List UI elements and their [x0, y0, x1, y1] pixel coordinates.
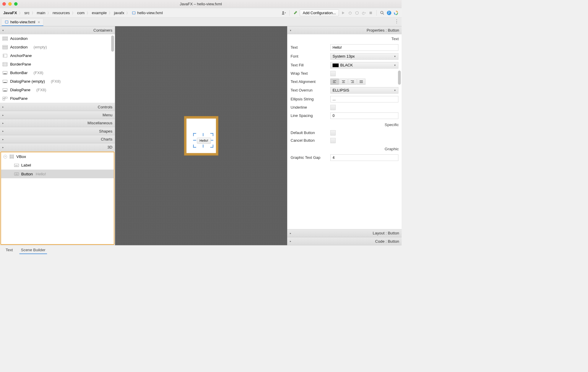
library-section-menu[interactable]: Menu [0, 111, 115, 119]
prop-ellipsis-string: Ellipsis String [287, 95, 402, 104]
svg-point-3 [282, 11, 284, 13]
minimize-icon[interactable] [8, 2, 12, 6]
library-item[interactable]: ButtonBar (FX8) [0, 68, 115, 77]
svg-text:<>: <> [133, 12, 134, 14]
search-icon[interactable] [380, 10, 384, 15]
scrollbar[interactable] [398, 71, 401, 85]
library-item[interactable]: Accordion (empty) [0, 43, 115, 51]
tree-node-vbox[interactable]: − VBox [1, 152, 114, 161]
vbox-icon [9, 154, 14, 159]
svg-text:abc: abc [15, 164, 18, 166]
cancel-button-checkbox[interactable] [330, 138, 336, 143]
close-tab-icon[interactable]: ✕ [38, 20, 40, 24]
scrollbar[interactable] [111, 35, 114, 52]
design-canvas[interactable]: Hello! [115, 26, 287, 245]
text-overrun-dropdown[interactable]: ELLIPSIS▼ [330, 87, 398, 94]
svg-line-11 [363, 12, 364, 13]
maximize-icon[interactable] [14, 2, 18, 6]
library-section-misc[interactable]: Miscellaneous [0, 119, 115, 127]
run-icon[interactable] [341, 10, 346, 15]
text-fill-dropdown[interactable]: BLACK▼ [330, 62, 398, 68]
prop-font: Font System 13px▼ [287, 52, 402, 61]
sync-icon[interactable] [387, 10, 392, 15]
svg-text:<>: <> [6, 21, 7, 23]
ellipsis-input[interactable] [330, 96, 398, 102]
collapse-icon[interactable]: − [4, 155, 7, 158]
library-section-3d[interactable]: 3D [0, 143, 115, 151]
default-button-checkbox[interactable] [330, 130, 336, 136]
close-icon[interactable] [2, 2, 6, 6]
inspector-header-layout[interactable]: Layout : Button [287, 229, 402, 237]
breadcrumb-item[interactable]: example [92, 11, 107, 15]
align-left-button[interactable] [330, 79, 339, 84]
library-section-controls[interactable]: Controls [0, 103, 115, 111]
line-spacing-input[interactable] [330, 112, 398, 119]
coverage-icon[interactable] [355, 10, 359, 15]
svg-rect-27 [3, 63, 7, 66]
label-icon: abc [14, 163, 19, 167]
svg-line-14 [383, 13, 384, 14]
prop-text: Text [287, 43, 402, 52]
library-pane: Containers Accordion Accordion (empty) A… [0, 26, 115, 245]
align-justify-button[interactable] [357, 79, 366, 84]
stop-icon[interactable] [368, 10, 373, 15]
prop-text-alignment: Text Alignment [287, 77, 402, 86]
library-item[interactable]: FlowPane [0, 94, 115, 103]
breadcrumb-item[interactable]: resources [53, 11, 70, 15]
breadcrumb[interactable]: JavaFX〉 src〉 main〉 resources〉 com〉 examp… [3, 10, 163, 15]
canvas-button[interactable]: Hello! [197, 138, 211, 143]
align-center-button[interactable] [339, 79, 348, 84]
navigation-toolbar: JavaFX〉 src〉 main〉 resources〉 com〉 examp… [0, 8, 402, 18]
tree-node-button[interactable]: OK Button Hello! [1, 169, 114, 178]
button-icon: OK [14, 172, 19, 176]
svg-rect-22 [3, 40, 7, 40]
breadcrumb-project[interactable]: JavaFX [3, 11, 17, 15]
library-section-containers[interactable]: Containers [0, 26, 115, 34]
group-graphic: Graphic [287, 144, 402, 153]
font-dropdown[interactable]: System 13px▼ [330, 53, 398, 60]
prop-cancel-button: Cancel Button [287, 137, 402, 144]
profiler-icon[interactable]: ▼ [361, 10, 366, 15]
inspector-header-properties[interactable]: Properties : Button [287, 26, 402, 34]
breadcrumb-item[interactable]: src [24, 11, 30, 15]
library-item[interactable]: DialogPane (empty) (FX8) [0, 77, 115, 86]
user-add-icon[interactable]: +▼ [281, 10, 286, 15]
graphic-text-gap-input[interactable] [330, 154, 398, 161]
svg-rect-33 [4, 74, 7, 74]
hammer-icon[interactable] [293, 10, 298, 15]
breadcrumb-item[interactable]: javafx [114, 11, 124, 15]
svg-rect-37 [4, 91, 7, 92]
editor-tab[interactable]: <> hello-view.fxml ✕ [1, 18, 43, 26]
wrap-text-checkbox[interactable] [330, 71, 336, 76]
jetbrains-icon[interactable] [394, 10, 398, 15]
tab-scene-builder[interactable]: Scene Builder [19, 247, 47, 254]
library-item[interactable]: DialogPane (FX8) [0, 86, 115, 94]
align-right-button[interactable] [348, 79, 357, 84]
library-section-charts[interactable]: Charts [0, 135, 115, 143]
breadcrumb-file[interactable]: hello-view.fxml [137, 11, 163, 15]
run-configuration-button[interactable]: Add Configuration... [300, 9, 339, 16]
breadcrumb-item[interactable]: main [37, 11, 46, 15]
library-item[interactable]: AnchorPane [0, 51, 115, 60]
tab-text[interactable]: Text [4, 247, 14, 254]
svg-rect-26 [3, 54, 7, 57]
library-item[interactable]: Accordion [0, 34, 115, 43]
hierarchy-tree: − VBox abc Label OK Button Hello! [0, 152, 114, 245]
svg-rect-23 [3, 45, 7, 46]
canvas-root[interactable]: Hello! [184, 116, 218, 155]
tree-node-label[interactable]: abc Label [1, 161, 114, 169]
more-icon[interactable]: ⋮ [392, 17, 402, 26]
breadcrumb-item[interactable]: com [77, 11, 85, 15]
library-item[interactable]: BorderPane [0, 60, 115, 68]
color-swatch [333, 63, 339, 67]
debug-icon[interactable] [348, 10, 353, 15]
inspector-header-code[interactable]: Code : Button [287, 237, 402, 245]
svg-rect-24 [3, 47, 7, 48]
svg-rect-44 [10, 155, 13, 156]
text-input[interactable] [330, 44, 398, 51]
svg-rect-39 [5, 97, 7, 98]
underline-checkbox[interactable] [330, 105, 336, 110]
canvas-vbox[interactable]: Hello! [186, 118, 216, 153]
run-toolbar: +▼ Add Configuration... ▼ [281, 9, 398, 16]
library-section-shapes[interactable]: Shapes [0, 127, 115, 135]
